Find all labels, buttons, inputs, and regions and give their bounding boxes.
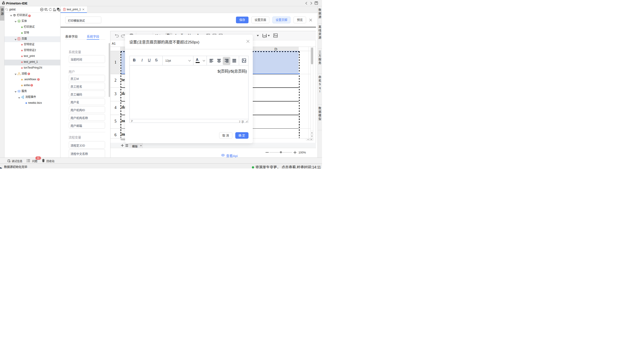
svg-text:文: 文 [58,9,60,11]
svg-text:AI: AI [41,9,42,10]
